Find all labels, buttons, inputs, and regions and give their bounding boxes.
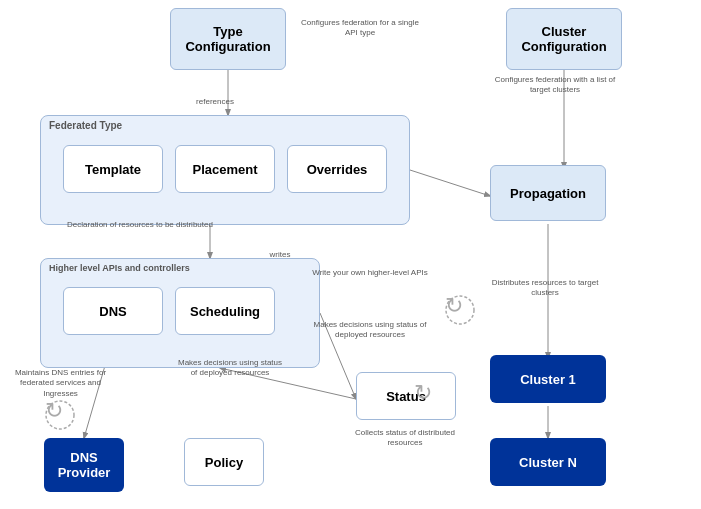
dns-provider-box: DNS Provider: [44, 438, 124, 492]
write-higher-desc: Write your own higher-level APIs: [310, 268, 430, 278]
propagation-circular-arrows: ↻: [445, 293, 463, 319]
higher-level-label: Higher level APIs and controllers: [49, 263, 190, 273]
dns-box: DNS: [63, 287, 163, 335]
status-box: Status: [356, 372, 456, 420]
diagram: Federated Type Higher level APIs and con…: [0, 0, 701, 509]
template-label: Template: [85, 162, 141, 177]
declaration-desc: Declaration of resources to be distribut…: [40, 220, 240, 230]
policy-label: Policy: [205, 455, 243, 470]
propagation-label: Propagation: [510, 186, 586, 201]
propagation-box: Propagation: [490, 165, 606, 221]
cluster1-label: Cluster 1: [520, 372, 576, 387]
federated-type-label: Federated Type: [49, 120, 122, 131]
makes-decisions-status: Makes decisions using status of deployed…: [310, 320, 430, 341]
maintains-dns: Maintains DNS entries for federated serv…: [8, 368, 113, 399]
dns-label: DNS: [99, 304, 126, 319]
references-label: references: [175, 97, 255, 107]
dns-circular-arrows: ↻: [45, 398, 63, 424]
scheduling-label: Scheduling: [190, 304, 260, 319]
cluster-config-desc: Configures federation with a list of tar…: [490, 75, 620, 96]
svg-line-2: [410, 170, 490, 196]
policy-box: Policy: [184, 438, 264, 486]
overrides-box: Overrides: [287, 145, 387, 193]
type-config-desc: Configures federation for a single API t…: [295, 18, 425, 39]
distributes-desc: Distributes resources to target clusters: [480, 278, 610, 299]
type-config-label: Type Configuration: [185, 24, 270, 54]
clusterN-label: Cluster N: [519, 455, 577, 470]
collects-desc: Collects status of distributed resources: [340, 428, 470, 449]
placement-label: Placement: [192, 162, 257, 177]
dns-provider-label: DNS Provider: [58, 450, 111, 480]
template-box: Template: [63, 145, 163, 193]
clusterN-box: Cluster N: [490, 438, 606, 486]
status-circular-arrows: ↻: [414, 380, 432, 406]
cluster-config-box: Cluster Configuration: [506, 8, 622, 70]
cluster1-box: Cluster 1: [490, 355, 606, 403]
makes-decisions-policy: Makes decisions using status of deployed…: [175, 358, 285, 379]
cluster-config-label: Cluster Configuration: [521, 24, 606, 54]
scheduling-box: Scheduling: [175, 287, 275, 335]
overrides-label: Overrides: [307, 162, 368, 177]
placement-box: Placement: [175, 145, 275, 193]
type-config-box: Type Configuration: [170, 8, 286, 70]
writes-label: writes: [255, 250, 305, 260]
